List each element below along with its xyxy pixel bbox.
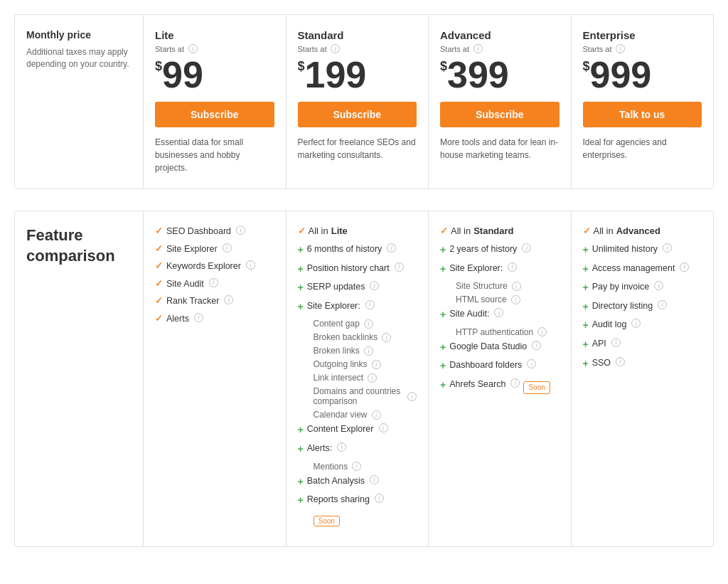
plus-icon: + <box>440 262 446 277</box>
feature-info-icon[interactable]: i <box>194 313 203 322</box>
feature-info-icon[interactable]: i <box>372 360 381 369</box>
starts-at-advanced: Starts at i <box>440 44 560 53</box>
feature-name: Dashboard folders <box>449 359 522 372</box>
feature-info-icon[interactable]: i <box>407 392 417 401</box>
sub-item-text: Domains and countries comparison <box>314 386 404 406</box>
subscribe-btn-advanced[interactable]: Subscribe <box>440 102 560 127</box>
feature-info-icon[interactable]: i <box>616 357 625 366</box>
feature-name: Rank Tracker <box>166 295 219 308</box>
feature-info-icon[interactable]: i <box>372 410 381 420</box>
feature-item: +APIi <box>583 338 702 352</box>
feature-info-icon[interactable]: i <box>365 300 375 309</box>
feature-item: +Ahrefs Searchi Soon <box>440 378 560 394</box>
feature-name: 6 months of history <box>307 243 382 256</box>
feature-info-icon[interactable]: i <box>223 243 232 253</box>
feature-item: +Site Explorer:i <box>440 262 560 277</box>
currency-standard: $ <box>298 59 305 74</box>
feature-info-icon[interactable]: i <box>663 243 672 253</box>
starts-at-info-icon[interactable]: i <box>331 44 340 53</box>
feature-name: Audit log <box>592 319 627 331</box>
plus-icon: + <box>440 243 446 258</box>
feature-name: Site Audit <box>166 278 204 291</box>
feature-info-icon[interactable]: i <box>510 378 520 388</box>
feature-info-icon[interactable]: i <box>382 333 391 342</box>
feature-info-icon[interactable]: i <box>236 225 245 235</box>
feature-info-icon[interactable]: i <box>522 243 531 253</box>
sub-items: HTTP authenticationi <box>456 327 560 337</box>
feature-name: Site Audit: <box>449 308 489 321</box>
feature-name: SERP updates <box>307 281 365 294</box>
feature-item: ✓SEO Dashboardi <box>155 225 274 238</box>
feature-info-icon[interactable]: i <box>370 475 379 484</box>
monthly-price-sub: Additional taxes may apply depending on … <box>26 46 132 70</box>
feature-info-icon[interactable]: i <box>364 319 373 329</box>
feature-info-icon[interactable]: i <box>508 262 517 272</box>
feature-name: Content Explorer <box>307 423 374 436</box>
feature-item: +Access managementi <box>583 262 702 277</box>
feature-item: +SERP updatesi <box>298 281 417 295</box>
subscribe-btn-enterprise[interactable]: Talk to us <box>583 102 702 127</box>
plus-icon: + <box>583 243 589 258</box>
plan-ref: Standard <box>473 225 513 236</box>
price-num-enterprise: 999 <box>590 56 652 93</box>
feature-info-icon[interactable]: i <box>654 281 663 290</box>
feature-col-standard: ✓All in Lite+6 months of historyi+Positi… <box>286 211 429 546</box>
feature-info-icon[interactable]: i <box>680 262 689 272</box>
feature-info-icon[interactable]: i <box>395 262 404 272</box>
feature-info-icon[interactable]: i <box>512 282 521 291</box>
feature-info-icon[interactable]: i <box>379 423 388 432</box>
feature-name: Position history chart <box>307 262 390 275</box>
feature-item: +Unlimited historyi <box>583 243 702 258</box>
feature-info-icon[interactable]: i <box>375 494 384 503</box>
feature-info-icon[interactable]: i <box>611 338 621 347</box>
feature-info-icon[interactable]: i <box>494 308 503 317</box>
feature-info-icon[interactable]: i <box>368 373 377 383</box>
sub-item: Calendar viewi <box>314 410 417 420</box>
feature-info-icon[interactable]: i <box>511 295 520 304</box>
plus-icon: + <box>440 378 446 393</box>
feature-item: +Site Audit:i <box>440 308 560 322</box>
feature-item: +Google Data Studioi <box>440 341 560 355</box>
plus-icon: + <box>583 319 589 333</box>
feature-item: +Audit logi <box>583 319 702 333</box>
feature-info-icon[interactable]: i <box>246 260 255 270</box>
plus-icon: + <box>583 262 589 277</box>
sub-item: HTTP authenticationi <box>456 327 560 337</box>
feature-info-icon[interactable]: i <box>224 295 233 304</box>
feature-info-icon[interactable]: i <box>370 281 379 290</box>
feature-info-icon[interactable]: i <box>387 243 396 253</box>
sub-item: Outgoing linksi <box>314 359 417 369</box>
check-icon: ✓ <box>155 278 163 291</box>
starts-at-info-icon[interactable]: i <box>188 44 198 53</box>
feature-info-icon[interactable]: i <box>364 346 373 356</box>
feature-name: Reports sharing <box>307 494 370 506</box>
feature-info-icon[interactable]: i <box>337 442 346 452</box>
feature-name: Google Data Studio <box>449 341 527 354</box>
starts-at-info-icon[interactable]: i <box>473 44 483 53</box>
price-num-lite: 99 <box>162 56 203 93</box>
feature-item: ✓Site Auditi <box>155 278 274 291</box>
feature-section-title: Feature comparison <box>26 225 132 266</box>
currency-advanced: $ <box>440 59 447 74</box>
feature-info-icon[interactable]: i <box>537 327 547 336</box>
check-icon: ✓ <box>155 313 163 326</box>
feature-info-icon[interactable]: i <box>631 319 641 328</box>
subscribe-btn-standard[interactable]: Subscribe <box>298 102 417 127</box>
feature-name: Directory listing <box>592 300 653 313</box>
feature-info-icon[interactable]: i <box>532 341 541 350</box>
sub-item: Mentionsi <box>314 462 417 472</box>
feature-item: ✓Site Exploreri <box>155 243 274 256</box>
feature-info-icon[interactable]: i <box>658 300 667 309</box>
feature-info-icon[interactable]: i <box>209 278 218 287</box>
soon-badge: Soon <box>523 381 550 394</box>
sub-item-text: Site Structure <box>456 281 508 291</box>
feature-info-icon[interactable]: i <box>527 359 536 368</box>
plus-icon: + <box>298 494 304 508</box>
feature-info-icon[interactable]: i <box>352 462 361 471</box>
sub-item-text: Broken backlinks <box>314 332 378 342</box>
subscribe-btn-lite[interactable]: Subscribe <box>155 102 274 127</box>
price-row-enterprise: $ 999 <box>583 56 702 93</box>
starts-at-info-icon[interactable]: i <box>616 44 625 53</box>
monthly-price-label: Monthly price <box>26 29 132 41</box>
feature-item: ✓Keywords Exploreri <box>155 260 274 273</box>
